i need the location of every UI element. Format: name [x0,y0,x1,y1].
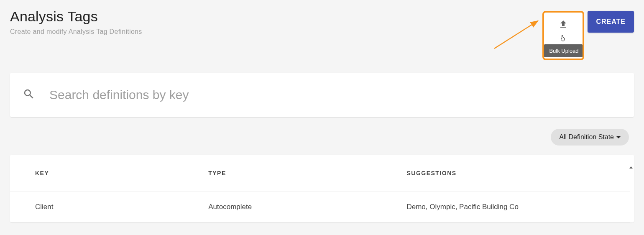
cell-suggestions: Demo, Olympic, Pacific Building Co [406,192,630,222]
cell-key: Client [10,192,208,222]
create-button[interactable]: CREATE [588,11,634,33]
search-card [10,73,634,117]
definitions-table-card: KEY TYPE SUGGESTIONS Client Autocomplete… [10,155,634,222]
scroll-up-icon [629,166,633,169]
search-input[interactable] [49,88,621,102]
page-title: Analysis Tags [10,8,142,25]
search-icon [23,88,35,102]
column-header-key[interactable]: KEY [10,155,208,192]
page-subtitle: Create and modify Analysis Tag Definitio… [10,28,142,36]
cell-type: Autocomplete [208,192,406,222]
definition-state-filter[interactable]: All Definition State [551,129,629,146]
bulk-upload-button[interactable]: Bulk Upload [542,11,584,60]
caret-down-icon [616,136,621,138]
upload-icon [558,19,568,31]
column-header-type[interactable]: TYPE [208,155,406,192]
column-header-suggestions[interactable]: SUGGESTIONS [406,155,630,192]
filter-label: All Definition State [559,133,614,141]
table-row[interactable]: Client Autocomplete Demo, Olympic, Pacif… [10,192,630,222]
bulk-upload-tooltip: Bulk Upload [544,44,583,57]
definitions-table: KEY TYPE SUGGESTIONS Client Autocomplete… [10,155,630,222]
cursor-pointer-icon [560,33,567,44]
